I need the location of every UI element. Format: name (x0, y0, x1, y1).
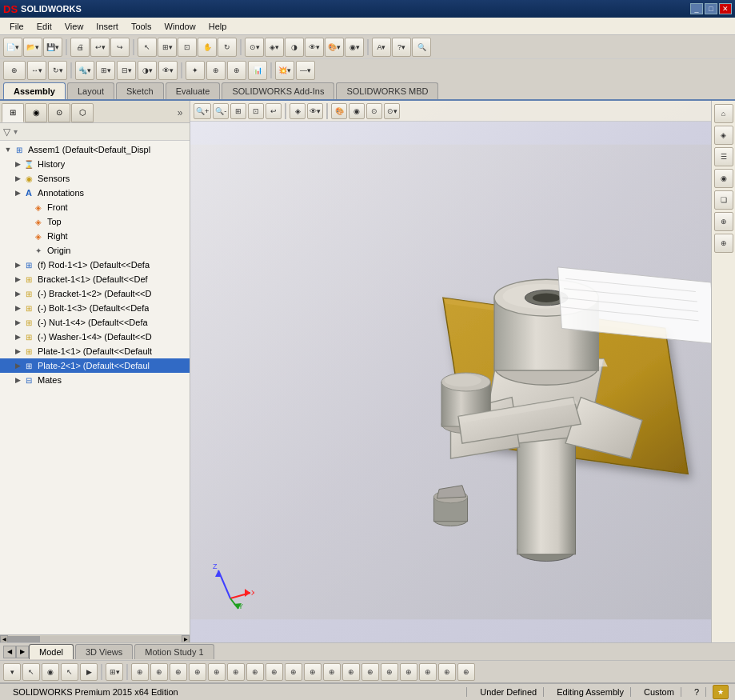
show-hide-vp-button[interactable]: 👁▾ (307, 103, 323, 119)
display-style-button[interactable]: ◈ (290, 103, 306, 119)
explode-line-button[interactable]: —▾ (296, 61, 315, 80)
tab-layout[interactable]: Layout (67, 82, 114, 99)
expand-bracket2[interactable]: ▶ (13, 289, 22, 298)
panel-tab-display[interactable]: ⬡ (71, 103, 94, 122)
assem-move-button[interactable]: ↔▾ (27, 61, 46, 80)
rotate-button[interactable]: ↻ (218, 38, 237, 57)
tree-item-top[interactable]: ◈ Top (0, 214, 190, 229)
statusbar-help-btn[interactable]: ? (688, 687, 706, 697)
bt-tool18[interactable]: ⊕ (457, 663, 475, 681)
previous-view-button[interactable]: ↩ (266, 103, 282, 119)
render-tools-button[interactable]: 🎨 (331, 103, 347, 119)
expand-nut1[interactable]: ▶ (13, 318, 22, 327)
bt-tool16[interactable]: ⊕ (419, 663, 437, 681)
bt-tool10[interactable]: ⊕ (304, 663, 322, 681)
rt-circle-button[interactable]: ◉ (714, 169, 733, 188)
show-hide-button[interactable]: 👁▾ (158, 61, 178, 80)
menu-tools[interactable]: Tools (125, 20, 158, 33)
bt-tool2[interactable]: ⊕ (150, 663, 168, 681)
redo-button[interactable]: ↪ (110, 38, 130, 57)
view-display-button[interactable]: ◈▾ (265, 38, 284, 57)
tab-mbd[interactable]: SOLIDWORKS MBD (336, 82, 438, 99)
expand-rod[interactable]: ▶ (13, 260, 22, 270)
maximize-button[interactable]: □ (705, 3, 717, 14)
bt-play-button[interactable]: ▶ (80, 663, 98, 681)
hscroll-thumb[interactable] (8, 636, 40, 642)
appearance-button[interactable]: 🎨▾ (325, 38, 344, 57)
bt-tool7[interactable]: ⊕ (246, 663, 264, 681)
expand-root[interactable]: ▼ (3, 145, 13, 154)
select-button[interactable]: ↖ (138, 38, 157, 57)
rt-menu-button[interactable]: ☰ (714, 147, 733, 166)
bt-tool9[interactable]: ⊕ (285, 663, 302, 681)
expand-washer1[interactable]: ▶ (13, 332, 22, 342)
btab-scroll-left[interactable]: ◀ (3, 646, 16, 658)
hide-show-button[interactable]: 👁▾ (305, 38, 324, 57)
view-settings-button[interactable]: ⊙▾ (384, 103, 400, 119)
bt-tool8[interactable]: ⊕ (266, 663, 283, 681)
tree-item-washer1[interactable]: ▶ ⊞ (-) Washer-1<4> (Default<<D (0, 330, 190, 344)
scene-button[interactable]: ⊙ (366, 103, 382, 119)
view-selector-button[interactable]: ⊡ (248, 103, 264, 119)
menu-edit[interactable]: Edit (30, 20, 58, 33)
menu-file[interactable]: File (3, 20, 30, 33)
tree-item-sensors[interactable]: ▶ ◉ Sensors (0, 171, 190, 186)
bt-tool15[interactable]: ⊕ (400, 663, 417, 681)
section-button[interactable]: ◑ (285, 38, 304, 57)
undo-button[interactable]: ↩▾ (90, 38, 110, 57)
minimize-button[interactable]: _ (690, 3, 703, 14)
tree-item-bracket1[interactable]: ▶ ⊞ Bracket-1<1> (Default<<Def (0, 272, 190, 286)
smart-fasteners-button[interactable]: 🔩▾ (75, 61, 94, 80)
bt-tool12[interactable]: ⊕ (342, 663, 360, 681)
zoom-in-button[interactable]: 🔍+ (194, 103, 211, 119)
tree-item-history[interactable]: ▶ ⌛ History (0, 157, 190, 171)
print-button[interactable]: 🖨 (70, 38, 90, 57)
bt-grid-button[interactable]: ⊞▾ (106, 663, 123, 681)
expand-sensors[interactable]: ▶ (13, 174, 22, 183)
tree-item-front[interactable]: ◈ Front (0, 200, 190, 214)
assem-xpert-button[interactable]: ✦ (186, 61, 205, 80)
tab-evaluate[interactable]: Evaluate (166, 82, 221, 99)
help-button[interactable]: ?▾ (392, 38, 411, 57)
expand-bracket1[interactable]: ▶ (13, 274, 22, 284)
bt-tool11[interactable]: ⊕ (323, 663, 341, 681)
close-button[interactable]: ✕ (719, 3, 732, 14)
bt-tool13[interactable]: ⊕ (362, 663, 379, 681)
tab-assembly[interactable]: Assembly (3, 82, 66, 99)
pan-button[interactable]: ✋ (198, 38, 217, 57)
rt-home-button[interactable]: ⌂ (714, 104, 733, 123)
zoom-to-selection-button[interactable]: ⊡ (178, 38, 197, 57)
bt-tool4[interactable]: ⊕ (189, 663, 206, 681)
menu-window[interactable]: Window (158, 20, 202, 33)
expand-plate1[interactable]: ▶ (13, 346, 22, 356)
tree-item-plate1[interactable]: ▶ ⊞ Plate-1<1> (Default<<Default (0, 344, 190, 358)
btab-motion1[interactable]: Motion Study 1 (134, 644, 214, 659)
btab-model[interactable]: Model (29, 644, 74, 659)
expand-annotations[interactable]: ▶ (13, 188, 22, 198)
assem-insert-button[interactable]: ⊕ (3, 61, 26, 80)
bt-tool14[interactable]: ⊕ (381, 663, 398, 681)
expand-bolt1[interactable]: ▶ (13, 303, 22, 313)
bt-tool6[interactable]: ⊕ (227, 663, 245, 681)
scenes-button[interactable]: ◉▾ (345, 38, 364, 57)
bt-tool17[interactable]: ⊕ (438, 663, 456, 681)
bt-filter-button[interactable]: ▾ (3, 663, 21, 681)
btab-scroll-right[interactable]: ▶ (16, 646, 29, 658)
statusbar-gold-button[interactable]: ★ (713, 685, 729, 699)
expand-plate2[interactable]: ▶ (13, 361, 22, 370)
menu-insert[interactable]: Insert (90, 20, 125, 33)
save-button[interactable]: 💾▾ (43, 38, 62, 57)
tree-item-nut1[interactable]: ▶ ⊞ (-) Nut-1<4> (Default<<Defa (0, 315, 190, 330)
tree-item-mates[interactable]: ▶ ⊟ Mates (0, 373, 190, 387)
bt-pan-button[interactable]: ↖ (61, 663, 78, 681)
search-button[interactable]: 🔍 (412, 38, 431, 57)
rt-document-button[interactable]: ❏ (714, 190, 733, 210)
mate-button[interactable]: ⊞▾ (96, 61, 115, 80)
assem-rotate-button[interactable]: ↻▾ (48, 61, 67, 80)
options-button[interactable]: A▾ (372, 38, 391, 57)
panel-expand-button[interactable]: » (172, 105, 188, 121)
zoom-to-fit-vp-button[interactable]: ⊞ (230, 103, 246, 119)
mirror-button[interactable]: ◑▾ (138, 61, 157, 80)
zoom-to-fit-button[interactable]: ⊞▾ (158, 38, 177, 57)
tree-item-bracket2[interactable]: ▶ ⊞ (-) Bracket-1<2> (Default<<D (0, 286, 190, 301)
